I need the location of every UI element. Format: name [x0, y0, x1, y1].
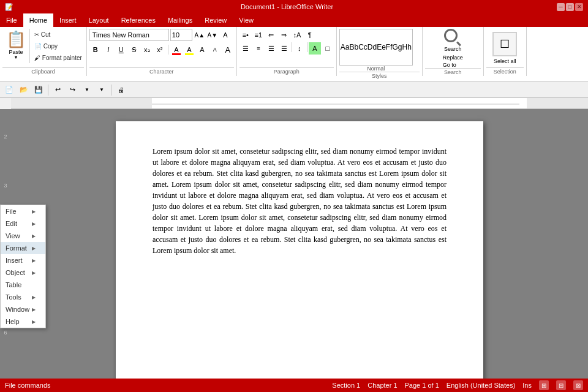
paste-button[interactable]: 📋 Paste ▼ [2, 29, 30, 63]
paragraph-group-label: Paragraph [239, 67, 334, 75]
ruler [11, 98, 588, 109]
margin-num-6: 6 [0, 330, 11, 379]
superscript-button[interactable]: x² [154, 43, 166, 56]
bold-button[interactable]: B [89, 43, 102, 56]
dropdown-format[interactable]: Format ▶ [1, 242, 45, 254]
goto-button[interactable]: Go to [443, 62, 463, 68]
find-label: Search [444, 46, 462, 52]
dropdown-help[interactable]: Help ▶ [1, 315, 45, 328]
increase-indent-button[interactable]: ⇒ [278, 29, 290, 41]
menu-references[interactable]: References [115, 13, 162, 27]
ribbon: 📋 Paste ▼ ✂ Cut 📄 Copy 🖌 Format painter … [0, 27, 588, 82]
search-group: Search Replace Go to Search [423, 27, 484, 76]
subscript-button[interactable]: x₂ [141, 43, 153, 56]
status-icon-2[interactable]: ⊟ [556, 380, 566, 390]
margin-num-2: 2 [0, 134, 11, 183]
ruler-inner [152, 98, 527, 108]
align-right-button[interactable]: ☰ [265, 42, 277, 55]
menu-insert[interactable]: Insert [53, 13, 83, 27]
status-section: Section 1 [332, 382, 360, 389]
select-all-icon[interactable]: ☐ [492, 32, 517, 56]
font-shrink-button[interactable]: A [209, 43, 221, 56]
status-icon-3[interactable]: ⊠ [573, 380, 583, 390]
decrease-indent-button[interactable]: ⇐ [265, 29, 277, 41]
status-icon-1[interactable]: ⊞ [539, 380, 549, 390]
dropdown-table[interactable]: Table [1, 279, 45, 291]
replace-button[interactable]: Replace [443, 55, 463, 61]
highlight-button[interactable]: A [183, 43, 195, 56]
status-bar: File commands Section 1 Chapter 1 Page 1… [0, 379, 588, 392]
menu-bar: File Home Insert Layout References Maili… [0, 13, 588, 27]
window-controls: ─ □ ✕ [557, 3, 583, 11]
style-name: Normal [367, 66, 385, 72]
toolbar-separator-1 [48, 85, 48, 96]
increase-font-button[interactable]: A▲ [194, 29, 206, 41]
cut-button[interactable]: ✂ Cut [32, 29, 84, 40]
style-normal-button[interactable]: AaBbCcDdEeFfGgHh Normal [339, 29, 413, 72]
save-button[interactable]: 💾 [32, 83, 45, 97]
format-dropdown-menu: File ▶ Edit ▶ View ▶ Format ▶ Insert ▶ O… [0, 205, 46, 328]
dropdown-tools[interactable]: Tools ▶ [1, 291, 45, 303]
align-justify-button[interactable]: ☰ [278, 42, 290, 55]
new-document-button[interactable]: 📄 [2, 83, 16, 97]
clipboard-label: Clipboard [2, 67, 84, 75]
dropdown-object[interactable]: Object ▶ [1, 266, 45, 279]
dropdown-edit[interactable]: Edit ▶ [1, 217, 45, 230]
clipboard-group: 📋 Paste ▼ ✂ Cut 📄 Copy 🖌 Format painter … [0, 27, 87, 76]
font-size-input[interactable] [170, 29, 192, 41]
sort-button[interactable]: ↕A [291, 29, 303, 41]
menu-mailings[interactable]: Mailings [162, 13, 198, 27]
line-spacing-button[interactable]: ↕ [293, 42, 306, 55]
redo-button[interactable]: ↪ [66, 83, 79, 97]
strikethrough-button[interactable]: S [128, 43, 140, 56]
status-language: English (United States) [447, 382, 516, 389]
shading-button[interactable]: A [309, 42, 321, 55]
clear-format-button[interactable]: A [219, 29, 232, 41]
underline-button[interactable]: U [115, 43, 127, 56]
align-left-button[interactable]: ☰ [239, 42, 252, 55]
maximize-button[interactable]: □ [566, 3, 574, 11]
menu-review[interactable]: Review [198, 13, 233, 27]
font-name-input[interactable] [89, 29, 169, 41]
selection-group: ☐ Select all Selection [484, 27, 527, 76]
dropdown-window[interactable]: Window ▶ [1, 303, 45, 315]
toolbar: 📄 📂 💾 ↩ ↪ ▼ ▼ 🖨 [0, 82, 588, 98]
close-button[interactable]: ✕ [575, 3, 583, 11]
menu-view[interactable]: View [233, 13, 260, 27]
font-grow-button[interactable]: A [222, 43, 234, 56]
dropdown-file[interactable]: File ▶ [1, 205, 45, 217]
font-group: A▲ A▼ A B I U S x₂ x² A A A [87, 27, 237, 76]
toolbar-separator-2 [111, 85, 111, 96]
font-group-label: Character [89, 67, 234, 75]
redo-dropdown-button[interactable]: ▼ [95, 83, 108, 97]
undo-button[interactable]: ↩ [51, 83, 64, 97]
print-button[interactable]: 🖨 [114, 83, 127, 97]
document-page: Lorem ipsum dolor sit amet, consetetur s… [116, 121, 483, 379]
text-color-button[interactable]: A [170, 43, 183, 56]
undo-dropdown-button[interactable]: ▼ [80, 83, 94, 97]
open-file-button[interactable]: 📂 [17, 83, 31, 97]
format-painter-button[interactable]: 🖌 Format painter [32, 52, 84, 63]
decrease-font-button[interactable]: A▼ [206, 29, 219, 41]
selection-group-label: Selection [486, 67, 524, 75]
minimize-button[interactable]: ─ [557, 3, 565, 11]
italic-button[interactable]: I [102, 43, 115, 56]
status-ins-mode: Ins [522, 382, 532, 389]
search-button[interactable]: Search [444, 29, 462, 52]
title-bar-text: Document1 - LibreOffice Writer [17, 3, 557, 10]
font-effect-button[interactable]: A [196, 43, 208, 56]
show-marks-button[interactable]: ¶ [304, 29, 316, 41]
align-center-button[interactable]: ≡ [252, 42, 265, 55]
list-bullet-button[interactable]: ≡• [239, 29, 252, 41]
menu-layout[interactable]: Layout [83, 13, 115, 27]
list-number-button[interactable]: ≡1 [252, 29, 265, 41]
document-text[interactable]: Lorem ipsum dolor sit amet, consetetur s… [153, 146, 447, 256]
dropdown-view[interactable]: View ▶ [1, 230, 45, 242]
menu-file[interactable]: File [0, 13, 23, 27]
dropdown-insert[interactable]: Insert ▶ [1, 254, 45, 266]
border-button[interactable]: □ [322, 42, 334, 55]
status-chapter: Chapter 1 [368, 382, 397, 389]
select-all-button[interactable]: Select all [494, 58, 516, 64]
menu-home[interactable]: Home [23, 13, 53, 27]
copy-button[interactable]: 📄 Copy [32, 40, 84, 51]
